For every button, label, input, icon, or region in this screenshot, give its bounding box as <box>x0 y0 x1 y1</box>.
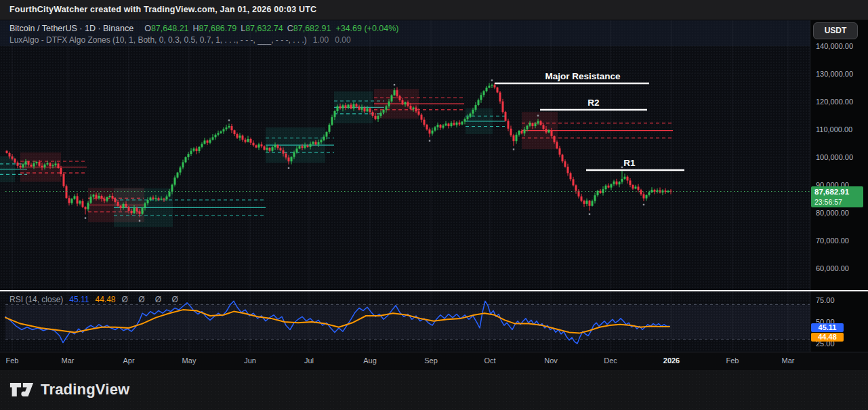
candle-body <box>470 114 472 117</box>
candle-body <box>71 199 73 203</box>
candle-body <box>529 123 531 126</box>
candle-body <box>375 116 377 119</box>
candle-body <box>629 180 632 185</box>
attribution-bar: FourthCityWatcher created with TradingVi… <box>0 0 868 20</box>
time-tick-label: Oct <box>484 356 495 365</box>
candle-body <box>272 147 274 150</box>
candle-body <box>163 199 165 199</box>
last-price-badge[interactable]: 87,682.91 23:56:57 <box>811 186 863 207</box>
candle-body <box>562 155 564 161</box>
candle-body <box>188 154 190 157</box>
candle-body <box>413 108 415 109</box>
pane-separator[interactable] <box>0 290 868 291</box>
high-label: H <box>193 24 199 33</box>
symbol-legend-row[interactable]: Bitcoin / TetherUS · 1D · BinanceO87,648… <box>9 23 399 35</box>
candle-body <box>369 108 371 112</box>
candle-body <box>218 133 220 134</box>
candle-body <box>312 142 314 144</box>
price-tick-label: 120,000.00 <box>816 98 853 106</box>
candle-body <box>337 106 339 111</box>
indicator-legend-row[interactable]: LuxAlgo - DTFX Algo Zones (10, 1, Both, … <box>9 35 399 46</box>
candle-body <box>505 112 507 121</box>
rsi-value-badge: 45.11 <box>811 323 844 332</box>
rsi-title[interactable]: RSI (14, close) <box>9 295 63 304</box>
symbol-title[interactable]: Bitcoin / TetherUS · 1D · Binance <box>9 24 133 33</box>
candle-body <box>39 162 41 166</box>
indicator-name[interactable]: LuxAlgo - DTFX Algo Zones (10, 1, Both, … <box>9 35 307 45</box>
candle-body <box>147 200 149 203</box>
candle-body <box>464 119 466 122</box>
candle-body <box>174 178 176 185</box>
candle-body <box>269 148 271 151</box>
candle-body <box>513 136 515 142</box>
time-tick-label: 2026 <box>663 356 680 365</box>
rsi-legend-row[interactable]: RSI (14, close)45.1144.48Ø Ø Ø Ø <box>9 295 182 305</box>
candle-body <box>117 202 119 206</box>
candle-body <box>201 144 203 147</box>
price-tick-label: 140,000.00 <box>816 42 853 50</box>
swing-high-dot <box>394 84 395 85</box>
tradingview-logo[interactable]: TradingView <box>9 377 129 402</box>
candle-body <box>540 121 542 125</box>
candle-body <box>564 161 566 167</box>
candle-body <box>589 201 591 206</box>
candle-body <box>307 146 309 147</box>
indicator-value-2: 0.00 <box>335 35 350 45</box>
candle-body <box>543 125 545 129</box>
candle-body <box>459 123 461 125</box>
candle-body <box>109 196 111 197</box>
change-value: +34.69 (+0.04%) <box>335 24 398 33</box>
candle-body <box>30 165 33 166</box>
candle-body <box>437 125 439 127</box>
swing-low-dot <box>643 204 644 205</box>
candle-body <box>358 106 360 110</box>
candle-body <box>144 203 146 207</box>
candle-body <box>155 198 157 199</box>
candle-body <box>239 136 241 138</box>
candle-body <box>486 88 488 91</box>
candle-body <box>58 163 60 168</box>
candle-body <box>182 162 184 167</box>
price-axis[interactable]: USDT 140,000.00130,000.00120,000.00110,0… <box>810 20 868 352</box>
candle-body <box>667 191 669 192</box>
candle-body <box>380 112 382 116</box>
candle-body <box>142 207 144 213</box>
candle-body <box>41 166 43 167</box>
candle-body <box>9 153 11 157</box>
chart-legend: Bitcoin / TetherUS · 1D · BinanceO87,648… <box>9 23 399 46</box>
candle-body <box>367 108 369 112</box>
candle-body <box>250 139 252 143</box>
candle-body <box>483 91 485 95</box>
candle-body <box>234 130 236 134</box>
candle-body <box>96 194 98 198</box>
candle-body <box>497 87 499 92</box>
tradingview-logo-text: TradingView <box>41 381 129 398</box>
swing-low-dot <box>288 167 289 169</box>
candle-body <box>133 208 136 213</box>
candle-body <box>434 127 436 131</box>
candle-body <box>619 182 621 184</box>
chart-area[interactable]: Major ResistanceR2R1 Bitcoin / TetherUS … <box>0 20 810 352</box>
candle-body <box>104 199 106 201</box>
time-tick-label: May <box>182 356 197 365</box>
candle-body <box>20 166 22 167</box>
candle-body <box>421 115 423 119</box>
currency-button[interactable]: USDT <box>813 22 858 39</box>
candle-body <box>516 135 518 141</box>
candle-body <box>432 131 434 134</box>
candle-body <box>632 185 634 188</box>
candle-body <box>120 206 122 208</box>
open-label: O <box>144 24 151 33</box>
candle-body <box>415 108 417 112</box>
candle-body <box>592 201 594 206</box>
candle-body <box>22 164 24 167</box>
candle-body <box>204 140 206 144</box>
candle-body <box>377 116 379 119</box>
candle-body <box>453 123 455 125</box>
rsi-band <box>5 304 810 339</box>
candle-body <box>429 129 431 134</box>
candle-body <box>226 127 228 129</box>
swing-low-dot <box>85 217 86 218</box>
candle-body <box>405 102 407 104</box>
time-axis[interactable]: FebMarAprMayJunJulAugSepOctNovDec2026Feb… <box>0 352 868 370</box>
